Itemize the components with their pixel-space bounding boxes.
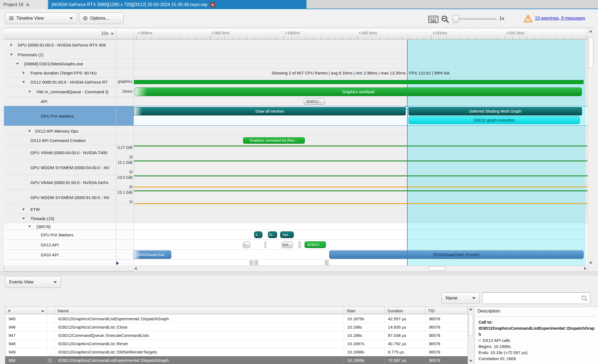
hamburger-icon [9, 17, 14, 20]
description-content: Call to: ID3D12GraphicsCommandListExperi… [479, 319, 595, 362]
events-table: # Name Start Duration TID 945 ID3D12Grap… [5, 307, 474, 364]
memory-usage-line [134, 190, 587, 191]
mem-min-label: 0i [129, 185, 132, 189]
chevron-down-icon [111, 33, 114, 35]
slider-tick [454, 23, 454, 25]
close-icon[interactable] [210, 2, 215, 7]
memory-usage-line [134, 187, 587, 187]
column-header-name[interactable]: Name [55, 307, 344, 314]
view-selector-label: Timeline View [16, 16, 44, 21]
event-row[interactable]: 946 ID3D12GraphicsCommandList::Close 10.… [5, 323, 468, 331]
row-overflow-marker [116, 261, 119, 265]
mem-min-label: 0i [129, 170, 132, 174]
slider-tick [480, 23, 481, 25]
call-to-label: Call to: [479, 319, 595, 325]
graphics-workload-bar[interactable]: Graphics workload [135, 87, 582, 96]
ruler-tick-label: +189.5ms [211, 30, 229, 35]
tree-row-command-queue[interactable]: HW m_commandQueue - Command Q Direct Gra… [4, 87, 587, 97]
options-button[interactable]: Options... [79, 12, 124, 24]
column-header-start[interactable]: Start [344, 307, 385, 314]
slider-tick [467, 23, 467, 25]
memory-usage-line [134, 161, 587, 161]
panel-splitter[interactable] [0, 272, 598, 276]
scroll-up-icon[interactable] [469, 308, 472, 310]
options-label: Options... [90, 16, 109, 21]
zoom-slider-track[interactable] [452, 18, 497, 20]
search-icon[interactable] [581, 295, 588, 302]
timeline-cursor-line[interactable] [407, 40, 408, 265]
events-v-scrollbar[interactable] [468, 307, 474, 364]
column-header-indent[interactable] [47, 307, 55, 314]
event-mark[interactable] [325, 260, 329, 265]
event-row[interactable]: 949 ID3D12GraphicsCommandList::OMSetRend… [5, 348, 468, 356]
tree-row-dxgi-api[interactable]: DXGI API IDXGISwapChai… IDXGISwapChain::… [4, 250, 587, 260]
dxgi-swapchain-chip[interactable]: IDXGISwapChai… [134, 251, 171, 259]
ruler-tick-label: +190.5ms [359, 30, 377, 35]
scrollbar-thumb[interactable] [469, 314, 473, 336]
event-row[interactable]: 947 ID3D12CommandQueue::ExecuteCommandLi… [5, 331, 468, 340]
tab-project[interactable]: Project 16 [0, 0, 48, 9]
events-view-dropdown[interactable]: Events View [5, 276, 61, 288]
warning-icon [524, 14, 533, 23]
dx12-api-chip[interactable]: I… [243, 241, 250, 248]
correlation-label: Correlation ID: 1609 [479, 356, 595, 362]
event-row-selected[interactable]: 950 ID3D12GraphicsCommandListExperimenta… [5, 356, 468, 364]
column-header-duration[interactable]: Duration [385, 307, 425, 314]
timeline-scale-label: 10s [101, 31, 108, 36]
dx12-api-chip[interactable]: ID3… [282, 241, 293, 248]
draw-all-meshes-bar[interactable]: Draw all meshes [134, 107, 406, 115]
warnings-link[interactable]: 10 warnings, 9 messages [535, 16, 585, 21]
zoom-out-icon[interactable] [441, 15, 449, 24]
close-icon[interactable] [26, 3, 29, 6]
event-mark[interactable] [249, 260, 253, 265]
tab-project-label: Project 16 [3, 2, 23, 7]
scroll-up-icon[interactable] [589, 30, 592, 32]
column-header-tid[interactable]: TID [425, 307, 468, 314]
scrollbar-thumb[interactable] [589, 37, 593, 68]
event-row[interactable]: 948 ID3D12GraphicsCommandList::Reset 10.… [5, 340, 468, 348]
begins-label: Begins: 10.1899s [479, 344, 595, 350]
search-input[interactable] [482, 292, 590, 304]
scrollbar-thumb[interactable] [429, 266, 445, 271]
options-icon [83, 16, 87, 20]
slider-tick [494, 23, 494, 25]
chevron-down-icon [53, 281, 57, 283]
view-selector-dropdown[interactable]: Timeline View [5, 12, 77, 24]
mem-max-label: 23.0 GiB [117, 175, 132, 180]
gpu-workload-bar[interactable] [134, 80, 584, 84]
zoom-slider-handle[interactable] [453, 15, 459, 22]
scroll-down-icon[interactable] [589, 262, 592, 264]
timeline-v-scrollbar[interactable] [587, 29, 594, 271]
dx12-api-chip[interactable] [298, 241, 301, 248]
deferred-shading-bar[interactable]: Deferred Shading Work Graph [408, 107, 582, 115]
api-call-chip[interactable]: ID3D12… [304, 98, 325, 105]
command-list-chip[interactable]: Graphics command list [Res… [243, 137, 305, 144]
keyboard-icon[interactable] [428, 16, 438, 23]
event-mark[interactable] [254, 260, 258, 265]
zoom-level-label: 1x [499, 16, 504, 21]
dx12-api-chip[interactable] [264, 241, 266, 248]
scroll-right-icon[interactable] [584, 267, 586, 270]
dx12-dispatch-chip[interactable]: ID3D12… [305, 241, 326, 248]
cpu-pix-chip[interactable]: A… [254, 231, 262, 238]
scroll-down-icon[interactable] [469, 360, 472, 362]
timeline-h-scrollbar[interactable] [134, 265, 587, 271]
graph-execution-bar[interactable]: D3D12 graph execution [408, 116, 580, 124]
dxgi-present-bar[interactable]: IDXGISwapChain::Present [329, 251, 584, 259]
scroll-left-icon[interactable] [134, 267, 137, 270]
gutter-label: graphics [118, 79, 132, 84]
timeline-ruler[interactable]: +189ms +189.5ms +190ms +190.5ms +191ms +… [134, 29, 587, 40]
cursor-marker-icon [405, 106, 409, 110]
chevron-down-icon [70, 17, 73, 19]
tree-header[interactable]: 10s [4, 29, 116, 40]
event-row[interactable]: 945 ID3D12GraphicsCommandListExperimenta… [5, 315, 468, 323]
tab-report-label: [NVIDIA GeForce RTX 3090][1280 x 720][DX… [52, 2, 207, 7]
cpu-pix-chip[interactable]: Def… [280, 231, 294, 238]
tab-report[interactable]: [NVIDIA GeForce RTX 3090][1280 x 720][DX… [48, 0, 306, 9]
cpu-pix-chip[interactable]: Dr… [268, 231, 277, 238]
filter-field-dropdown[interactable]: Name [441, 292, 480, 304]
mem-min-label: 0i [129, 200, 132, 204]
column-header-num[interactable]: # [5, 307, 47, 314]
nsight-systems-window: Project 16 [NVIDIA GeForce RTX 3090][128… [0, 0, 598, 364]
filter-field-label: Name [446, 296, 458, 301]
